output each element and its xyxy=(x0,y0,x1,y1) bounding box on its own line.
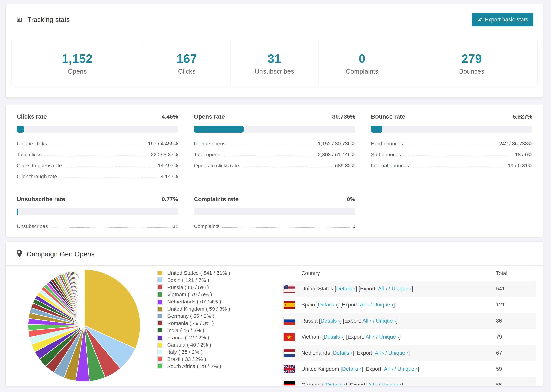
legend-item: Netherlands ( 67 / 4% ) xyxy=(157,298,230,305)
table-row: Germany [Details ›] [Export: All › / Uni… xyxy=(281,377,536,385)
tracking-stats-title: Tracking stats xyxy=(16,16,70,24)
details-link[interactable]: Details › xyxy=(320,318,340,324)
opens-rate-title: Opens rate xyxy=(194,113,225,120)
table-row: United Kingdom [Details ›] [Export: All … xyxy=(281,361,536,377)
export-all-link[interactable]: All › xyxy=(360,302,369,308)
geo-opens-title: Campaign Geo Opens xyxy=(27,250,95,258)
country-name: Spain xyxy=(301,302,315,308)
stat-clicks: 167 Clicks xyxy=(143,40,231,87)
opens-count: 1,152 xyxy=(62,52,93,65)
bounce-rate-progressbar xyxy=(371,126,532,133)
details-link[interactable]: Details › xyxy=(326,382,346,385)
export-unique-link[interactable]: Unique › xyxy=(373,302,393,308)
details-link[interactable]: Details › xyxy=(342,366,361,372)
clicks-rate-title: Clicks rate xyxy=(17,113,47,120)
unsubscribe-rate-title: Unsubscribe rate xyxy=(17,196,65,203)
export-unique-link[interactable]: Unique › xyxy=(376,318,396,324)
export-all-link[interactable]: All › xyxy=(362,318,372,324)
bounces-count: 279 xyxy=(461,52,482,65)
country-name: Vietnam xyxy=(301,334,321,340)
complaints-count: 0 xyxy=(359,52,366,65)
legend-item: France ( 42 / 2% ) xyxy=(157,334,230,341)
map-pin-icon xyxy=(16,250,22,259)
details-link[interactable]: Details › xyxy=(318,302,338,308)
clicks-rate-progressbar xyxy=(17,126,178,133)
total-column-header: Total xyxy=(496,270,533,276)
legend-item: Russia ( 86 / 5% ) xyxy=(157,284,230,291)
stat-unsubscribes: 31 Unsubscribes xyxy=(231,40,318,87)
legend-item: India ( 46 / 3% ) xyxy=(157,327,230,334)
complaints-rate-block: Complaints rate 0% Complaints0 xyxy=(194,196,355,234)
export-unique-link[interactable]: Unique › xyxy=(388,350,408,356)
unsubscribes-count: 31 xyxy=(268,52,281,65)
export-unique-link[interactable]: Unique › xyxy=(379,334,399,340)
country-name: Netherlands xyxy=(301,350,330,356)
country-total: 59 xyxy=(496,366,533,372)
flag-germany-icon xyxy=(283,381,295,385)
country-total: 541 xyxy=(496,286,533,292)
clicks-rate-block: Clicks rate 4.46% Unique clicks167 / 4.4… xyxy=(17,113,178,184)
opens-rate-progressbar xyxy=(194,126,355,133)
country-total: 67 xyxy=(496,350,533,356)
country-name: United Kingdom xyxy=(301,366,339,372)
flag-spain-icon xyxy=(283,301,295,309)
export-icon xyxy=(477,16,482,23)
country-total: 86 xyxy=(496,318,533,324)
legend-item: Germany ( 55 / 3% ) xyxy=(157,313,230,320)
opens-rate-value: 30.736% xyxy=(332,113,355,120)
export-all-link[interactable]: All › xyxy=(366,334,374,340)
geo-opens-pie-chart xyxy=(26,267,142,384)
legend-item: South Africa ( 29 / 2% ) xyxy=(157,363,230,370)
country-name: Germany xyxy=(301,382,323,385)
unsubscribe-rate-progressbar xyxy=(17,208,178,215)
geo-opens-title-row: Campaign Geo Opens xyxy=(16,250,95,259)
complaints-rate-progressbar xyxy=(194,208,355,215)
unsubscribe-rate-value: 0.77% xyxy=(162,196,178,203)
export-all-link[interactable]: All › xyxy=(368,382,377,385)
campaign-geo-opens-card: Campaign Geo Opens United States ( 541 /… xyxy=(6,241,544,386)
export-unique-link[interactable]: Unique › xyxy=(381,382,402,385)
legend-item: Canada ( 40 / 2% ) xyxy=(157,341,230,348)
export-unique-link[interactable]: Unique › xyxy=(391,286,411,292)
legend-item: Vietnam ( 79 / 5% ) xyxy=(157,291,230,298)
bounce-rate-block: Bounce rate 6.927% Hard bounces242 / 86.… xyxy=(371,113,532,184)
clicks-count: 167 xyxy=(177,52,197,65)
tracking-stats-card: Tracking stats Export basic stats 1,152 … xyxy=(6,4,544,98)
unsubscribe-rate-block: Unsubscribe rate 0.77% Unsubscribes31 xyxy=(17,196,178,234)
legend-item: Brazil ( 33 / 2% ) xyxy=(157,356,230,363)
flag-united-kingdom-icon xyxy=(283,365,295,373)
details-link[interactable]: Details › xyxy=(324,334,343,340)
stats-summary-box: 1,152 Opens 167 Clicks 31 Unsubscribes 0… xyxy=(11,40,538,87)
legend-item: United States ( 541 / 31% ) xyxy=(157,269,230,277)
export-all-link[interactable]: All › xyxy=(375,350,384,356)
details-link[interactable]: Details › xyxy=(333,350,352,356)
table-row: Netherlands [Details ›] [Export: All › /… xyxy=(281,345,536,361)
stat-complaints: 0 Complaints xyxy=(318,40,406,87)
table-header-row: Country Total xyxy=(281,266,536,281)
pie-legend: United States ( 541 / 31% ) Spain ( 121 … xyxy=(157,269,230,370)
stat-bounces: 279 Bounces xyxy=(406,40,537,87)
flag-vietnam-icon xyxy=(283,333,295,341)
table-row: United States [Details ›] [Export: All ›… xyxy=(281,281,536,297)
country-total: 55 xyxy=(496,382,533,385)
details-link[interactable]: Details › xyxy=(336,286,356,292)
flag-netherlands-icon xyxy=(283,349,295,357)
flag-united-states-icon xyxy=(283,285,295,293)
clicks-rate-value: 4.46% xyxy=(162,113,178,120)
bounce-rate-title: Bounce rate xyxy=(371,113,405,120)
country-name: United States xyxy=(301,286,333,292)
legend-item: Italy ( 36 / 2% ) xyxy=(157,348,230,356)
bounce-rate-value: 6.927% xyxy=(513,113,532,120)
opens-rate-block: Opens rate 30.736% Unique opens1,152 / 3… xyxy=(194,113,355,184)
export-all-link[interactable]: All › xyxy=(378,286,387,292)
export-all-link[interactable]: All › xyxy=(384,366,393,372)
country-column-header: Country xyxy=(301,270,496,276)
table-row: Spain [Details ›] [Export: All › / Uniqu… xyxy=(281,297,536,313)
legend-item: Romania ( 49 / 3% ) xyxy=(157,320,230,327)
table-row: Russia [Details ›] [Export: All › / Uniq… xyxy=(281,313,536,329)
country-name: Russia xyxy=(301,318,318,324)
export-basic-stats-button[interactable]: Export basic stats xyxy=(472,13,533,26)
bar-chart-icon xyxy=(16,16,23,24)
flag-russia-icon xyxy=(283,317,295,325)
export-unique-link[interactable]: Unique › xyxy=(397,366,417,372)
